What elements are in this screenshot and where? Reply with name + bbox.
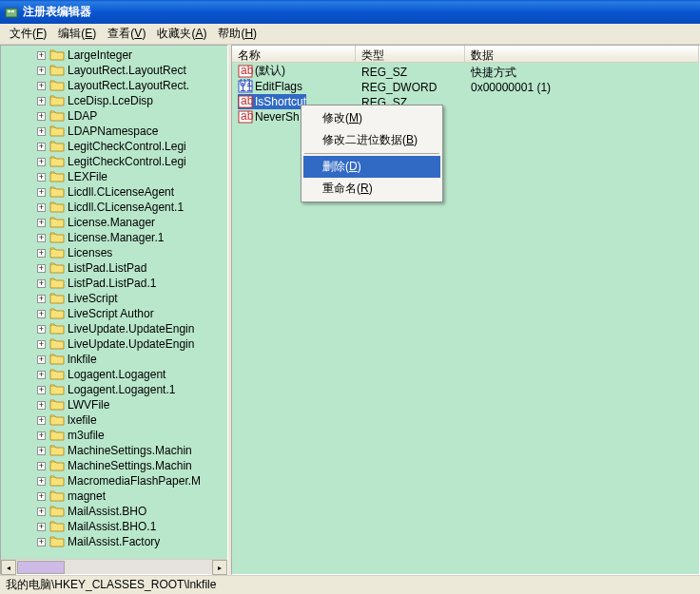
expand-icon[interactable]: + (37, 492, 46, 501)
scroll-left-button[interactable]: ◂ (1, 560, 16, 575)
tree-node[interactable]: +Logagent.Logagent (3, 367, 225, 382)
list-panel: 名称 类型 数据 ab(默认)REG_SZ快捷方式011110EditFlags… (231, 45, 700, 575)
expand-icon[interactable]: + (37, 234, 46, 242)
tree-node[interactable]: +LegitCheckControl.Legi (3, 154, 225, 169)
menu-view[interactable]: 查看(V) (102, 24, 151, 44)
tree-node-label: Logagent.Logagent.1 (68, 383, 175, 396)
expand-icon[interactable]: + (37, 173, 46, 182)
tree-view[interactable]: +LargeInteger+LayoutRect.LayoutRect+Layo… (1, 46, 227, 559)
tree-node-label: ListPad.ListPad (68, 261, 146, 275)
tree-node-label: License.Manager.1 (68, 231, 164, 244)
tree-node[interactable]: +lxefile (3, 412, 225, 428)
folder-icon (49, 383, 65, 396)
expand-icon[interactable]: + (37, 295, 46, 303)
tree-node[interactable]: +Licdll.CLicenseAgent (3, 184, 225, 200)
tree-node[interactable]: +MailAssist.BHO (3, 504, 225, 519)
expand-icon[interactable]: + (37, 538, 46, 546)
expand-icon[interactable]: + (37, 508, 46, 516)
context-modify[interactable]: 修改(M) (303, 107, 440, 129)
tree-node-label: Licenses (68, 246, 112, 259)
expand-icon[interactable]: + (37, 127, 46, 136)
menu-help[interactable]: 帮助(H) (212, 24, 262, 44)
tree-node[interactable]: +LayoutRect.LayoutRect (3, 63, 225, 78)
tree-node[interactable]: +LDAP (3, 108, 225, 124)
expand-icon[interactable]: + (37, 477, 46, 486)
tree-node-label: LDAPNamespace (68, 125, 158, 138)
folder-icon (49, 231, 65, 244)
expand-icon[interactable]: + (37, 310, 46, 318)
context-menu: 修改(M) 修改二进位数据(B) 删除(D) 重命名(R) (301, 105, 443, 202)
expand-icon[interactable]: + (37, 264, 46, 273)
expand-icon[interactable]: + (37, 447, 46, 455)
expand-icon[interactable]: + (37, 462, 46, 470)
scroll-track[interactable] (66, 560, 212, 574)
scroll-right-button[interactable]: ▸ (212, 560, 227, 575)
tree-node[interactable]: +LegitCheckControl.Legi (3, 139, 225, 154)
menu-file[interactable]: 文件(F) (4, 24, 52, 44)
tree-node[interactable]: +LWVFile (3, 397, 225, 412)
context-rename[interactable]: 重命名(R) (303, 178, 440, 200)
tree-node[interactable]: +LceDisp.LceDisp (3, 93, 225, 108)
menu-favorites[interactable]: 收藏夹(A) (151, 24, 212, 44)
tree-node[interactable]: +MachineSettings.Machin (3, 443, 225, 458)
tree-node[interactable]: +LargeInteger (3, 48, 225, 63)
tree-node[interactable]: +License.Manager.1 (3, 230, 225, 245)
column-data[interactable]: 数据 (465, 46, 699, 62)
tree-node-label: MailAssist.BHO (68, 505, 146, 518)
expand-icon[interactable]: + (37, 67, 46, 75)
window-title: 注册表编辑器 (23, 4, 91, 20)
expand-icon[interactable]: + (37, 523, 46, 531)
tree-node[interactable]: +LiveScript (3, 291, 225, 306)
menu-edit[interactable]: 编辑(E) (52, 24, 102, 44)
expand-icon[interactable]: + (37, 82, 46, 90)
tree-node[interactable]: +Licenses (3, 245, 225, 260)
expand-icon[interactable]: + (37, 371, 46, 379)
expand-icon[interactable]: + (37, 97, 46, 105)
tree-node[interactable]: +ListPad.ListPad.1 (3, 276, 225, 291)
column-type[interactable]: 类型 (356, 46, 465, 62)
tree-node[interactable]: +lnkfile (3, 352, 225, 367)
tree-hscrollbar[interactable]: ◂ ▸ (1, 559, 227, 574)
folder-icon (49, 474, 65, 488)
tree-node[interactable]: +Logagent.Logagent.1 (3, 382, 225, 397)
expand-icon[interactable]: + (37, 158, 46, 166)
tree-node[interactable]: +LEXFile (3, 169, 225, 184)
tree-node[interactable]: +MachineSettings.Machin (3, 458, 225, 473)
folder-icon (49, 520, 65, 533)
expand-icon[interactable]: + (37, 386, 46, 394)
expand-icon[interactable]: + (37, 219, 46, 227)
context-modify-binary[interactable]: 修改二进位数据(B) (303, 129, 440, 151)
app-icon (4, 5, 19, 20)
tree-node[interactable]: +ListPad.ListPad (3, 260, 225, 276)
expand-icon[interactable]: + (37, 203, 46, 212)
tree-node[interactable]: +MacromediaFlashPaper.M (3, 473, 225, 489)
expand-icon[interactable]: + (37, 431, 46, 440)
expand-icon[interactable]: + (37, 325, 46, 334)
tree-node[interactable]: +LDAPNamespace (3, 124, 225, 139)
expand-icon[interactable]: + (37, 401, 46, 410)
tree-node[interactable]: +LiveUpdate.UpdateEngin (3, 336, 225, 352)
tree-node[interactable]: +MailAssist.BHO.1 (3, 519, 225, 534)
expand-icon[interactable]: + (37, 279, 46, 288)
tree-node[interactable]: +Licdll.CLicenseAgent.1 (3, 200, 225, 215)
expand-icon[interactable]: + (37, 112, 46, 121)
column-name[interactable]: 名称 (232, 46, 356, 62)
tree-node-label: LWVFile (68, 398, 109, 412)
tree-node[interactable]: +MailAssist.Factory (3, 534, 225, 549)
context-delete[interactable]: 删除(D) (303, 156, 440, 178)
expand-icon[interactable]: + (37, 51, 46, 60)
expand-icon[interactable]: + (37, 143, 46, 151)
tree-node[interactable]: +magnet (3, 489, 225, 504)
expand-icon[interactable]: + (37, 249, 46, 258)
tree-node[interactable]: +LiveUpdate.UpdateEngin (3, 321, 225, 336)
expand-icon[interactable]: + (37, 188, 46, 197)
tree-node[interactable]: +LayoutRect.LayoutRect. (3, 78, 225, 93)
expand-icon[interactable]: + (37, 416, 46, 425)
expand-icon[interactable]: + (37, 355, 46, 364)
scroll-thumb[interactable] (17, 561, 65, 574)
svg-rect-1 (8, 10, 10, 12)
tree-node[interactable]: +License.Manager (3, 215, 225, 230)
expand-icon[interactable]: + (37, 340, 46, 349)
tree-node[interactable]: +m3ufile (3, 428, 225, 443)
tree-node[interactable]: +LiveScript Author (3, 306, 225, 321)
